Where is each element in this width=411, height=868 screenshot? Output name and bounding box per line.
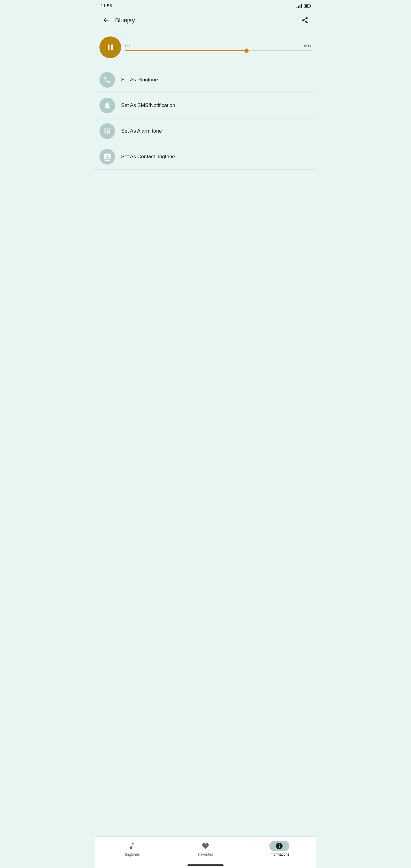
app-bar: Bluejay bbox=[95, 10, 316, 30]
notification-icon bbox=[103, 101, 111, 110]
status-bar: 11:58 bbox=[95, 0, 316, 10]
menu-list: Set As Ringtone Set As SMS/Notification … bbox=[95, 67, 316, 503]
status-time: 11:58 bbox=[101, 3, 112, 8]
alarm-icon bbox=[103, 127, 111, 135]
nav-ringtones-icon-bg bbox=[122, 841, 141, 851]
home-indicator bbox=[95, 862, 316, 868]
nav-item-favorites[interactable]: Favorites bbox=[168, 839, 242, 858]
time-current: 0:11 bbox=[125, 44, 133, 48]
back-button[interactable] bbox=[99, 13, 113, 27]
nav-item-ringtones[interactable]: Ringtones bbox=[95, 839, 168, 858]
contact-label: Set As Contact ringtone bbox=[121, 154, 175, 160]
ringtone-label: Set As Ringtone bbox=[121, 77, 158, 83]
nav-informations-icon-bg bbox=[270, 841, 289, 851]
progress-thumb bbox=[244, 49, 249, 53]
ringtone-icon-circle bbox=[99, 72, 115, 88]
ringtone-icon bbox=[103, 76, 111, 84]
nav-informations-label: Informations bbox=[270, 852, 289, 857]
share-button[interactable] bbox=[298, 13, 312, 27]
home-bar bbox=[187, 864, 224, 866]
progress-bar[interactable] bbox=[125, 50, 312, 51]
set-as-sms-item[interactable]: Set As SMS/Notification bbox=[95, 93, 316, 119]
nav-informations-icon bbox=[276, 842, 283, 850]
time-total: 0:17 bbox=[304, 44, 312, 48]
contact-icon bbox=[103, 153, 111, 161]
bottom-nav: Ringtones Favorites Informations bbox=[95, 836, 316, 862]
set-as-ringtone-item[interactable]: Set As Ringtone bbox=[95, 67, 316, 93]
signal-icon bbox=[296, 4, 302, 8]
time-row: 0:11 0:17 bbox=[125, 44, 312, 48]
status-icons bbox=[296, 4, 310, 8]
set-as-alarm-item[interactable]: Set As Alarm tone bbox=[95, 119, 316, 144]
nav-item-informations[interactable]: Informations bbox=[243, 839, 316, 858]
nav-ringtones-icon bbox=[128, 842, 135, 850]
progress-fill bbox=[125, 50, 247, 51]
nav-ringtones-label: Ringtones bbox=[124, 852, 140, 857]
battery-icon bbox=[304, 4, 310, 7]
alarm-label: Set As Alarm tone bbox=[121, 128, 162, 134]
empty-area bbox=[95, 503, 316, 836]
player-controls: 0:11 0:17 bbox=[125, 44, 312, 51]
sms-label: Set As SMS/Notification bbox=[121, 102, 176, 108]
page-title: Bluejay bbox=[113, 17, 298, 24]
set-as-contact-item[interactable]: Set As Contact ringtone bbox=[95, 144, 316, 170]
sms-icon-circle bbox=[99, 98, 115, 113]
play-pause-button[interactable] bbox=[99, 36, 121, 58]
nav-favorites-icon bbox=[201, 842, 210, 850]
player-section: 0:11 0:17 bbox=[95, 30, 316, 67]
alarm-icon-circle bbox=[99, 123, 115, 139]
nav-favorites-icon-bg bbox=[195, 841, 216, 851]
contact-icon-circle bbox=[99, 149, 115, 164]
nav-favorites-label: Favorites bbox=[198, 852, 213, 857]
